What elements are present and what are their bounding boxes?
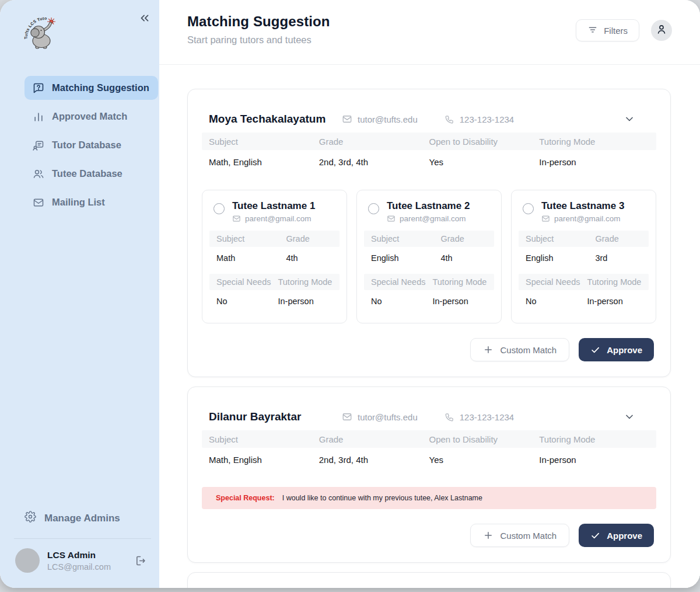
tutee-identity: Tutee Lastname 1 parent@gmail.com	[232, 200, 315, 223]
tutee-grade: 4th	[432, 253, 487, 263]
tutor-open-to-disability: Yes	[429, 455, 540, 465]
profile-email: LCS@gmail.com	[47, 562, 111, 572]
sidebar-item-label: Approved Match	[52, 111, 127, 122]
tutee-card-3: Tutee Lastname 3 parent@gmail.com Subjec…	[511, 190, 656, 323]
tutee-radio[interactable]	[523, 203, 534, 214]
special-request-banner: Special Request: I would like to continu…	[202, 487, 656, 509]
tutee-radio[interactable]	[214, 203, 225, 214]
tutee-name: Tutee Lastname 3	[541, 200, 624, 212]
column-grade: Grade	[432, 234, 487, 243]
tutee-card-2: Tutee Lastname 2 parent@gmail.com Subjec…	[356, 190, 502, 323]
column-subject: Subject	[526, 234, 587, 243]
mail-icon	[232, 214, 241, 223]
tutee-table-header: Subject Grade	[364, 231, 494, 247]
approve-button[interactable]: Approve	[579, 524, 654, 547]
manage-admins-button[interactable]: Manage Admins	[24, 507, 159, 529]
approve-button[interactable]: Approve	[579, 338, 654, 361]
custom-match-label: Custom Match	[500, 531, 556, 541]
sidebar-item-label: Matching Suggestion	[52, 82, 149, 93]
sidebar-item-tutor-database[interactable]: Tutor Database	[24, 133, 158, 157]
main-area: Matching Suggestion Start paring tutors …	[159, 0, 700, 588]
logout-icon	[134, 559, 146, 569]
tutee-card-1: Tutee Lastname 1 parent@gmail.com Subjec…	[202, 190, 347, 323]
tutee-grade: 3rd	[587, 253, 642, 263]
tutor-open-to-disability: Yes	[429, 157, 540, 167]
tutee-tutoring-mode: In-person	[587, 297, 642, 306]
column-subject: Subject	[216, 234, 278, 243]
sidebar-item-label: Mailing List	[52, 197, 105, 208]
column-grade: Grade	[587, 234, 642, 243]
tufts-lcs-tutoring-logo: Tufts LCS Tutoring	[23, 14, 61, 53]
sidebar-item-label: Tutor Database	[52, 140, 121, 151]
sidebar-footer: Manage Admins LCS Admin LCS@gmail.com	[0, 507, 159, 588]
column-tutoring-mode: Tutoring Mode	[587, 277, 642, 287]
tutee-table-header-2: Special Needs Tutoring Mode	[519, 274, 649, 290]
tutor-name: Moya Techakalayatum	[209, 113, 342, 126]
column-tutoring-mode: Tutoring Mode	[432, 277, 487, 287]
tutor-table-header: Subject Grade Open to Disability Tutorin…	[202, 430, 656, 448]
tutee-table-header-2: Special Needs Tutoring Mode	[364, 274, 494, 290]
user-menu-button[interactable]	[651, 20, 672, 41]
tutor-table-values: Math, English 2nd, 3rd, 4th Yes In-perso…	[202, 448, 656, 471]
tutor-name: Dilanur Bayraktar	[209, 410, 342, 423]
tutee-special-needs: No	[216, 297, 278, 306]
tutee-table-values: Math 4th	[209, 247, 340, 269]
special-request-text: I would like to continue with my previou…	[282, 494, 482, 502]
matching-list: Moya Techakalayatum tutor@tufts.edu 123-…	[159, 65, 700, 588]
tutee-name: Tutee Lastname 1	[232, 200, 315, 212]
tutee-subject: English	[526, 253, 587, 263]
column-tutoring-mode: Tutoring Mode	[539, 434, 649, 444]
approve-label: Approve	[607, 345, 642, 355]
custom-match-button[interactable]: Custom Match	[470, 338, 569, 361]
page-title: Matching Suggestion	[187, 13, 330, 30]
approve-label: Approve	[607, 531, 642, 541]
column-subject: Subject	[209, 434, 319, 444]
sidebar-item-matching-suggestion[interactable]: Matching Suggestion	[24, 76, 158, 100]
tutor-phone: 123-123-1234	[444, 412, 514, 422]
tutee-identity: Tutee Lastname 3 parent@gmail.com	[541, 200, 624, 223]
plus-icon	[483, 530, 494, 541]
collapse-card-button[interactable]	[624, 113, 635, 125]
tutor-header: Moya Techakalayatum tutor@tufts.edu 123-…	[202, 105, 656, 133]
column-grade: Grade	[278, 234, 332, 243]
sidebar-item-mailing-list[interactable]: Mailing List	[24, 190, 158, 214]
sidebar-item-tutee-database[interactable]: Tutee Database	[24, 162, 158, 186]
profile-name: LCS Admin	[47, 550, 111, 560]
tutor-email-text: tutor@tufts.edu	[358, 114, 418, 124]
logout-button[interactable]	[134, 555, 146, 567]
profile-section: LCS Admin LCS@gmail.com	[0, 539, 159, 588]
column-subject: Subject	[209, 137, 319, 147]
header-actions: Filters	[576, 19, 672, 41]
collapse-card-button[interactable]	[624, 411, 635, 423]
tutee-table-header: Subject Grade	[209, 231, 340, 247]
tutee-table-values: English 4th	[364, 247, 494, 269]
mail-icon	[387, 214, 396, 223]
sidebar-nav: Matching Suggestion Approved Match Tutor…	[0, 76, 159, 214]
card-actions: Custom Match Approve	[202, 338, 656, 361]
check-icon	[590, 345, 600, 355]
tutee-tutoring-mode: In-person	[278, 297, 332, 306]
tutee-subject: Math	[216, 253, 278, 263]
page-header-text: Matching Suggestion Start paring tutors …	[187, 13, 330, 46]
user-icon	[656, 23, 667, 37]
tutor-phone-text: 123-123-1234	[460, 114, 514, 124]
sidebar-item-approved-match[interactable]: Approved Match	[24, 105, 158, 128]
tutor-tutoring-mode: In-person	[539, 455, 649, 465]
phone-icon	[444, 114, 454, 124]
tutee-suggestions: Tutee Lastname 1 parent@gmail.com Subjec…	[202, 190, 656, 323]
tutee-subject: English	[371, 253, 432, 263]
filter-lines-icon	[587, 25, 598, 37]
filters-button[interactable]: Filters	[576, 19, 639, 41]
manage-admins-label: Manage Admins	[44, 513, 120, 524]
app-window: Tufts LCS Tutoring Matching	[0, 0, 700, 588]
mail-icon	[342, 412, 352, 422]
sidebar-collapse-button[interactable]	[138, 12, 151, 25]
page-header: Matching Suggestion Start paring tutors …	[159, 0, 700, 65]
tutor-subject: Math, English	[209, 157, 319, 167]
custom-match-button[interactable]: Custom Match	[470, 524, 569, 547]
tutee-radio[interactable]	[368, 203, 379, 214]
chevrons-left-icon	[138, 16, 151, 26]
tutee-email: parent@gmail.com	[541, 214, 624, 223]
sidebar: Tufts LCS Tutoring Matching	[0, 0, 159, 588]
card-actions: Custom Match Approve	[202, 524, 656, 547]
